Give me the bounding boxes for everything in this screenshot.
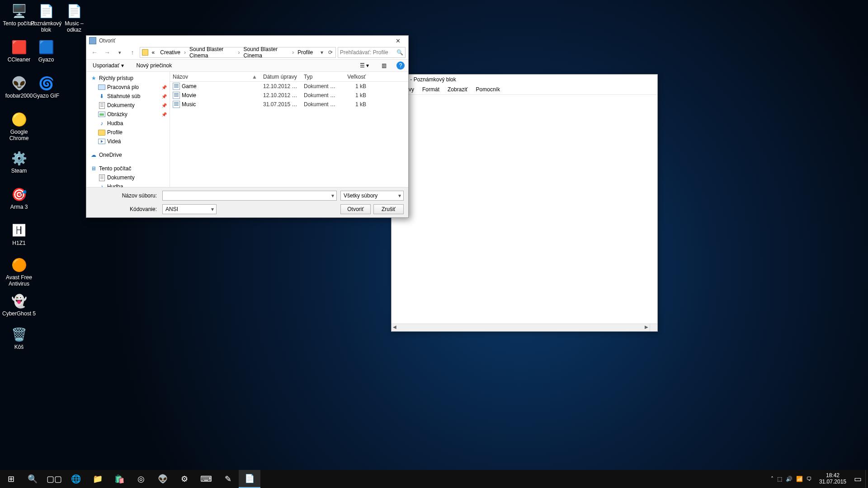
tray-icon[interactable]: 🗨 (807, 476, 812, 482)
view-options-button[interactable]: ☰ ▾ (357, 61, 372, 70)
desktop-icon-label: Music – odkaz (57, 21, 91, 33)
taskbar-notepad-button[interactable]: 📄 (239, 470, 260, 488)
close-button[interactable]: ✕ (388, 36, 408, 46)
clock-time: 18:42 (819, 473, 846, 479)
column-name[interactable]: Názov▲ (170, 72, 260, 81)
nav-tree-item[interactable]: ☁OneDrive (86, 150, 170, 160)
nav-tree-item[interactable]: ♪Hudba (86, 182, 170, 187)
taskbar-settings-button[interactable]: ⚙ (174, 470, 195, 488)
preview-pane-button[interactable]: ▥ (379, 61, 389, 70)
notepad-menu-item[interactable]: Pomocník (472, 85, 504, 94)
nav-tree-item[interactable]: 🖥Tento počítač (86, 164, 170, 173)
desktop-icon[interactable]: 🟡Google Chrome (2, 110, 36, 142)
encoding-select[interactable]: ANSI (162, 204, 217, 214)
address-bar[interactable]: « Creative› Sound Blaster Cinema› Sound … (140, 47, 336, 58)
pin-icon: 📌 (161, 103, 167, 108)
nav-tree-item[interactable]: ⬇Stiahnuté súb📌 (86, 92, 170, 101)
nav-back-button[interactable]: ← (89, 47, 100, 58)
nav-tree-label: Videá (107, 138, 121, 145)
notepad-titlebar[interactable]: názvu - Poznámkový blok (392, 75, 657, 84)
taskbar-store-button[interactable]: 🛍️ (108, 470, 130, 488)
tray-icon[interactable]: ˄ (771, 476, 774, 482)
this-pc-icon: 🖥 (90, 165, 97, 172)
column-date[interactable]: Dátum úpravy (260, 72, 301, 81)
nav-tree-item[interactable]: ♪Hudba (86, 119, 170, 128)
dialog-titlebar[interactable]: Otvoriť ✕ (86, 36, 408, 46)
navigation-pane[interactable]: ★Rýchly prístupPracovná plo📌⬇Stiahnuté s… (86, 72, 170, 187)
desktop-icon[interactable]: 🌀Gyazo GIF (29, 74, 63, 99)
tray-icon[interactable]: ⬚ (777, 476, 782, 482)
open-button[interactable]: Otvoriť (340, 204, 371, 214)
desktop-icon-label: Google Chrome (2, 129, 36, 142)
app-icon: 🟥 (10, 38, 28, 56)
column-type[interactable]: Typ (301, 72, 342, 81)
notepad-menu-item[interactable]: Zobraziť (444, 85, 472, 94)
notepad-textarea[interactable] (392, 95, 657, 331)
taskbar-keyboard-button[interactable]: ⌨ (195, 470, 217, 488)
nav-tree-item[interactable]: Dokumenty📌 (86, 101, 170, 110)
taskbar-start-button[interactable]: ⊞ (0, 470, 22, 488)
search-input[interactable]: Prehľadávať: Profile 🔍 (338, 47, 406, 58)
desktop-icon[interactable]: 👻CyberGhost 5 (2, 292, 36, 317)
nav-tree-label: Dokumenty (107, 102, 135, 108)
breadcrumb[interactable]: Sound Blaster Cinema (188, 46, 236, 59)
taskbar-edge-button[interactable]: 🌐 (65, 470, 87, 488)
taskbar-explorer-button[interactable]: 📁 (87, 470, 108, 488)
show-desktop-button[interactable] (865, 470, 868, 488)
tray-icon[interactable]: 📶 (796, 476, 803, 482)
desktop-icon[interactable]: ⚙️Steam (2, 149, 36, 174)
notepad-title: názvu - Poznámkový blok (394, 76, 655, 83)
desktop-icon[interactable]: 🟦Gyazo (29, 38, 63, 63)
organize-button[interactable]: Usporiadať ▾ (90, 61, 127, 70)
taskbar-foobar-button[interactable]: 👽 (152, 470, 174, 488)
notifications-button[interactable]: ▭ (850, 470, 865, 488)
nav-forward-button[interactable]: → (102, 47, 113, 58)
taskbar-app1-button[interactable]: ✎ (217, 470, 239, 488)
address-dropdown[interactable]: ▾ (318, 49, 325, 56)
notepad-menu-item[interactable]: Formát (419, 85, 443, 94)
cancel-button[interactable]: Zrušiť (373, 204, 404, 214)
breadcrumb[interactable]: Profile (296, 49, 315, 56)
nav-tree-item[interactable]: Dokumenty (86, 173, 170, 182)
search-icon: 🔍 (396, 49, 403, 56)
taskbar-clock[interactable]: 18:42 31.07.2015 (816, 473, 850, 485)
file-filter-select[interactable]: Všetky súbory (340, 191, 404, 201)
help-button[interactable]: ? (396, 61, 405, 70)
refresh-button[interactable]: ⟳ (327, 49, 334, 56)
nav-tree-item[interactable]: Obrázky📌 (86, 110, 170, 119)
breadcrumb[interactable]: Sound Blaster Cinema (242, 46, 291, 59)
nav-tree-item[interactable]: Profile (86, 128, 170, 137)
file-type: Dokument XML (301, 83, 342, 89)
desktop-icon-label: Arma 3 (2, 204, 36, 211)
taskbar-taskview-button[interactable]: ▢▢ (43, 470, 65, 488)
desktop-icon[interactable]: 🟠Avast Free Antivirus (2, 256, 36, 287)
desktop-icon[interactable]: 📄Music – odkaz (57, 2, 91, 33)
breadcrumb[interactable]: « (150, 49, 157, 56)
resize-grip[interactable] (650, 324, 657, 331)
filename-input[interactable] (162, 191, 337, 201)
taskbar-search-button[interactable]: 🔍 (22, 470, 43, 488)
taskbar-chrome-button[interactable]: ◎ (130, 470, 152, 488)
nav-tree-item[interactable]: Videá (86, 137, 170, 146)
desktop-icon[interactable]: 🗑️Kôš (2, 325, 36, 351)
scrollbar-horizontal[interactable] (392, 324, 650, 331)
column-size[interactable]: Veľkosť (342, 72, 369, 81)
nav-tree-item[interactable]: ★Rýchly prístup (86, 74, 170, 83)
file-row[interactable]: Music31.07.2015 17:20Dokument XML1 kB (170, 100, 408, 109)
nav-recent-button[interactable]: ▾ (114, 47, 125, 58)
nav-up-button[interactable]: ↑ (127, 47, 138, 58)
desktop-icon[interactable]: 🎯Arma 3 (2, 185, 36, 211)
nav-tree-item[interactable]: Pracovná plo📌 (86, 83, 170, 92)
breadcrumb[interactable]: Creative (158, 49, 182, 56)
file-row[interactable]: Movie12.10.2012 10:22Dokument XML1 kB (170, 91, 408, 100)
music-icon: ♪ (98, 120, 105, 127)
file-row[interactable]: Game12.10.2012 10:22Dokument XML1 kB (170, 82, 408, 91)
new-folder-button[interactable]: Nový priečinok (134, 61, 175, 70)
tray-icon[interactable]: 🔊 (786, 476, 793, 482)
desktop-icon-label: Steam (2, 168, 36, 174)
file-list-pane: Názov▲ Dátum úpravy Typ Veľkosť Game12.1… (170, 72, 408, 187)
app-icon: 📄 (65, 2, 83, 20)
app-icon: 🅷 (10, 221, 28, 239)
desktop-icon[interactable]: 🅷H1Z1 (2, 221, 36, 247)
notepad-window[interactable]: názvu - Poznámkový blok ÚpravyFormátZobr… (391, 74, 658, 332)
